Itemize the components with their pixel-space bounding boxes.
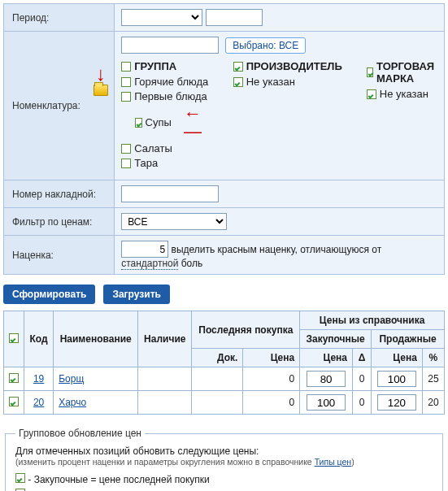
nomenclature-label: Номенклатура: ↓ [4,32,115,180]
nomenclature-search-input[interactable] [121,37,219,54]
invoice-input[interactable] [121,185,219,202]
col-last-purchase: Последняя покупка [192,311,300,349]
row-delta: 0 [353,367,372,391]
tree-checkbox[interactable] [121,159,131,168]
row-buy-input[interactable] [307,394,346,411]
period-to-input[interactable] [206,9,263,26]
col-purchase: Закупочные [300,330,372,349]
folder-icon[interactable] [94,85,108,96]
group-header-checkbox[interactable] [121,62,131,72]
price-table: Код Наименование Наличие Последняя покуп… [3,311,445,415]
row-pct: 25 [422,367,444,391]
tree-item-tara[interactable]: Тара [134,157,158,170]
markup-hint-suffix: боль [178,258,202,269]
selected-all-button[interactable]: Выбрано: ВСЕ [225,37,306,54]
group-hint-suffix: ) [351,457,354,467]
row-last-price: 0 [243,391,300,415]
col-name: Наименование [54,311,138,367]
table-row: 19 Борщ 0 0 25 [4,367,445,391]
row-buy-input[interactable] [307,371,346,387]
markup-standard-link[interactable]: стандартной [121,258,178,270]
markup-input[interactable] [121,241,168,258]
row-sale-input[interactable] [377,371,416,387]
row-code-link[interactable]: 19 [33,373,44,385]
tree-checkbox[interactable] [121,92,131,102]
group-hint-prefix: (изменить процент наценки и параметры ок… [15,457,315,467]
row-checkbox[interactable] [9,397,19,406]
tree-item-salads[interactable]: Салаты [134,142,172,155]
arrow-left-icon: ←— [184,105,209,141]
tree-item-first[interactable]: Первые блюда [134,90,207,103]
generate-button[interactable]: Сформировать [3,285,95,304]
row-name-link[interactable]: Борщ [59,373,84,385]
col-delta: Δ [353,349,372,367]
col-pct: % [422,349,444,367]
group-header: ГРУППА [134,60,176,72]
producer-none[interactable]: Не указан [246,76,295,89]
period-label: Период: [4,4,115,32]
row-code-link[interactable]: 20 [33,397,44,408]
producer-header-checkbox[interactable] [233,62,243,72]
col-sale: Продажные [372,330,445,349]
table-row: 20 Харчо 0 0 20 [4,391,445,415]
markup-label: Наценка: [4,236,115,275]
load-button[interactable]: Загрузить [103,285,169,304]
tree-item-hot[interactable]: Горячие блюда [134,76,208,89]
tree-checkbox[interactable] [121,144,131,154]
row-last-price: 0 [243,367,300,391]
col-ref-prices: Цены из справочника [300,311,445,330]
tree-item-soups[interactable]: Супы [146,116,172,129]
producer-header: ПРОИЗВОДИТЕЛЬ [246,60,342,72]
opt-purchase-checkbox[interactable] [15,473,25,483]
group-line1: Для отмеченных позиций обновить следующи… [15,445,433,457]
col-code: Код [24,311,54,367]
markup-hint-prefix: выделить красным наценку, отличающуюся о… [172,244,382,255]
tree-checkbox[interactable] [121,77,131,87]
col-last-price: Цена [243,349,300,367]
row-pct: 20 [422,391,444,415]
select-all-checkbox[interactable] [9,333,19,343]
brand-header: ТОРГОВАЯ МАРКА [376,60,437,85]
row-checkbox[interactable] [9,373,19,383]
opt-purchase-label: - Закупочные = цене последней покупки [25,474,210,485]
price-types-link[interactable]: Типы цен [315,457,352,467]
price-filter-label: Фильтр по ценам: [4,208,115,236]
invoice-label: Номер накладной: [4,180,115,208]
arrow-down-icon: ↓ [96,66,106,81]
filter-form: Период: Номенклатура: ↓ Выбрано: ВСЕ [3,3,445,275]
col-buy-price: Цена [300,349,353,367]
row-delta: 0 [353,391,372,415]
col-stock: Наличие [138,311,192,367]
row-name-link[interactable]: Харчо [59,397,86,408]
brand-header-checkbox[interactable] [367,67,373,77]
brand-none[interactable]: Не указан [380,88,428,101]
group-update-fieldset: Групповое обновление цен Для отмеченных … [5,428,443,491]
col-sale-price: Цена [372,349,423,367]
tree-checkbox-checked[interactable] [135,118,142,128]
period-from-select[interactable] [121,9,202,26]
tree-checkbox-checked[interactable] [367,89,376,99]
col-doc: Док. [192,349,243,367]
tree-checkbox-checked[interactable] [233,77,243,87]
price-filter-select[interactable]: ВСЕ [121,213,227,230]
row-sale-input[interactable] [377,394,416,411]
group-legend: Групповое обновление цен [15,428,145,439]
